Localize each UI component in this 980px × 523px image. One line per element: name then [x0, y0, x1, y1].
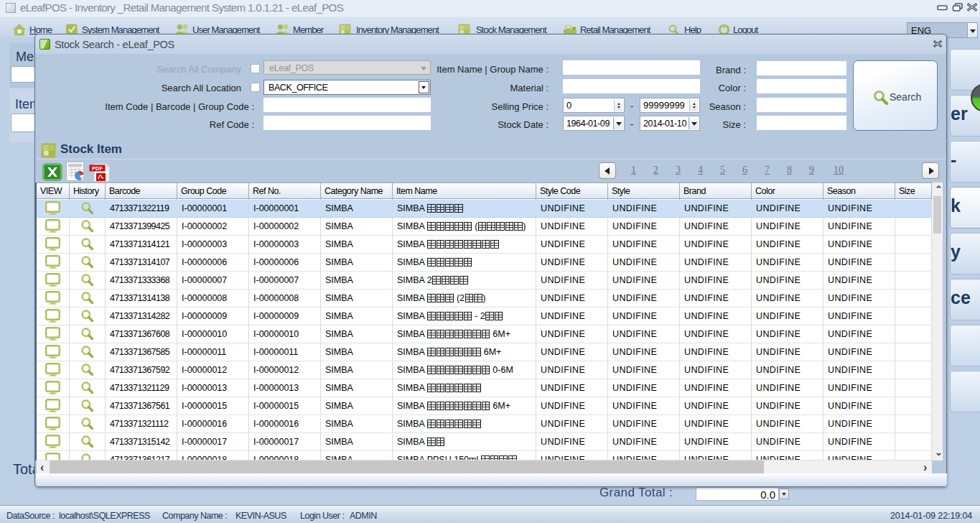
- svg-text:PDF: PDF: [92, 165, 103, 172]
